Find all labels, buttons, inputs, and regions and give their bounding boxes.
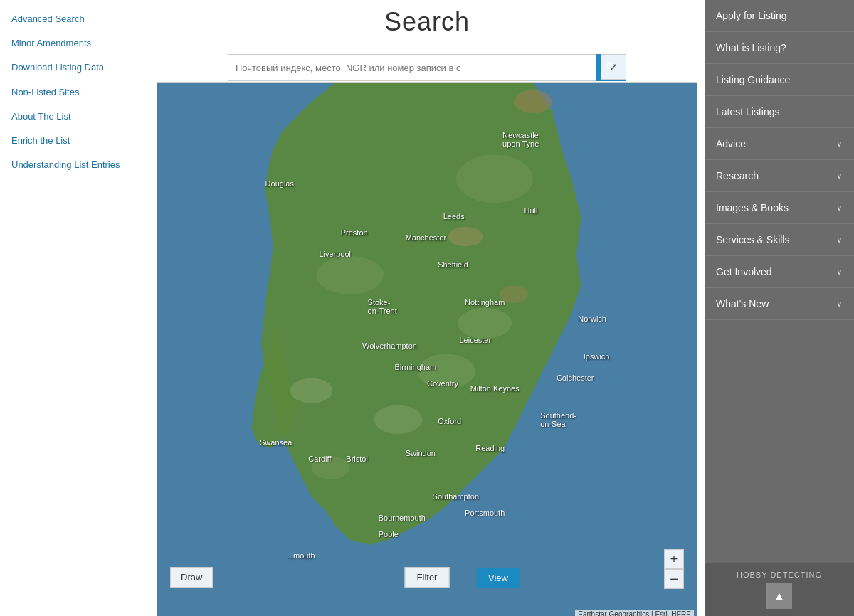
expand-map-button[interactable]: ⤢ [601, 54, 626, 80]
right-nav-label-what-is-listing: What is Listing? [716, 42, 786, 53]
search-input[interactable] [228, 54, 596, 81]
right-nav-item-get-involved[interactable]: Get Involved∨ [705, 256, 854, 288]
svg-point-7 [290, 378, 333, 403]
right-nav-label-get-involved: Get Involved [716, 266, 772, 277]
page-title: Search [384, 0, 470, 43]
right-nav-label-listing-guidance: Listing Guidance [716, 74, 790, 85]
view-button[interactable]: View [477, 568, 520, 588]
main-content: Search 🔍 ⤢ [149, 0, 705, 616]
right-nav-item-advice[interactable]: Advice∨ [705, 128, 854, 160]
right-nav-label-advice: Advice [716, 138, 746, 149]
map-attribution: Earthstar Geographics | Esri, HERE [575, 610, 694, 616]
zoom-out-button[interactable]: − [664, 569, 684, 589]
sidebar-item-minor-amendments[interactable]: Minor Amendments [0, 31, 149, 55]
right-nav-item-whats-new[interactable]: What's New∨ [705, 288, 854, 320]
right-sidebar: Apply for ListingWhat is Listing?Listing… [705, 0, 854, 616]
svg-point-2 [316, 256, 384, 294]
chevron-down-icon: ∨ [836, 203, 843, 213]
right-nav-label-images-books: Images & Books [716, 202, 789, 213]
svg-point-1 [456, 155, 533, 203]
sidebar-item-enrich-the-list[interactable]: Enrich the List [0, 129, 149, 153]
bottom-section: HOBBY DETECTING ▲ [705, 563, 854, 616]
chevron-down-icon: ∨ [836, 299, 843, 309]
sidebar-item-non-listed-sites[interactable]: Non-Listed Sites [0, 80, 149, 105]
map-wrapper: Newcastleupon Tyne Douglas Preston Leeds… [157, 82, 697, 616]
draw-button[interactable]: Draw [170, 567, 213, 588]
svg-point-6 [458, 308, 512, 339]
chevron-down-icon: ∨ [836, 235, 843, 245]
zoom-in-button[interactable]: + [664, 549, 684, 569]
filter-button[interactable]: Filter [405, 567, 450, 588]
right-nav-label-apply-for-listing: Apply for Listing [716, 10, 787, 21]
right-nav-item-latest-listings[interactable]: Latest Listings [705, 96, 854, 128]
right-nav-item-listing-guidance[interactable]: Listing Guidance [705, 64, 854, 96]
scroll-top-button[interactable]: ▲ [766, 583, 792, 609]
right-nav-label-latest-listings: Latest Listings [716, 106, 780, 117]
svg-point-3 [417, 354, 475, 389]
expand-icon: ⤢ [609, 61, 618, 73]
svg-point-9 [448, 227, 483, 246]
chevron-down-icon: ∨ [836, 139, 843, 149]
chevron-down-icon: ∨ [836, 171, 843, 181]
sidebar-item-about-the-list[interactable]: About The List [0, 105, 149, 129]
hobby-detecting-label: HOBBY DETECTING [737, 570, 822, 579]
right-nav-item-what-is-listing[interactable]: What is Listing? [705, 32, 854, 64]
svg-point-4 [374, 405, 423, 434]
sidebar-item-advanced-search[interactable]: Advanced Search [0, 7, 149, 31]
sidebar-item-understanding-list-entries[interactable]: Understanding List Entries [0, 153, 149, 177]
right-nav-item-apply-for-listing[interactable]: Apply for Listing [705, 0, 854, 32]
svg-point-10 [500, 286, 529, 303]
right-nav-label-research: Research [716, 170, 759, 181]
left-sidebar: Advanced SearchMinor AmendmentsDownload … [0, 0, 149, 616]
right-nav-item-images-books[interactable]: Images & Books∨ [705, 192, 854, 224]
chevron-down-icon: ∨ [836, 267, 843, 277]
search-bar-container: 🔍 ⤢ [228, 54, 626, 81]
sidebar-item-download-listing-data[interactable]: Download Listing Data [0, 55, 149, 80]
right-nav-label-whats-new: What's New [716, 298, 769, 309]
right-nav-label-services-skills: Services & Skills [716, 234, 789, 245]
right-nav-item-research[interactable]: Research∨ [705, 160, 854, 192]
map-container[interactable]: Newcastleupon Tyne Douglas Preston Leeds… [157, 82, 697, 616]
svg-point-8 [514, 90, 552, 113]
right-nav-item-services-skills[interactable]: Services & Skills∨ [705, 224, 854, 256]
svg-point-5 [312, 456, 350, 479]
